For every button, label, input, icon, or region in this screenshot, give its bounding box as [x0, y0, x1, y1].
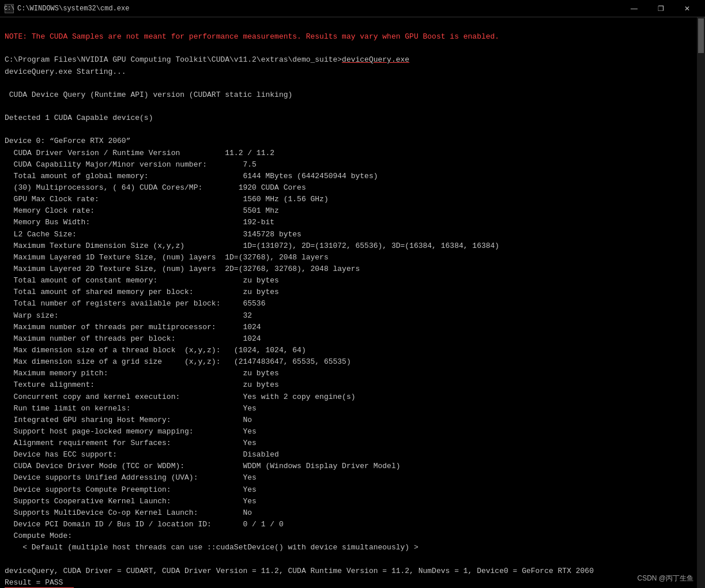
prop-30: Supports Cooperative Kernel Launch: Yes — [5, 497, 257, 506]
prop-13: Total number of registers available per … — [5, 299, 265, 308]
prop-28: Device supports Unified Addressing (UVA)… — [5, 473, 257, 482]
prop-16: Maximum number of threads per block: 102… — [5, 334, 261, 343]
prop-7: L2 Cache Size: 3145728 bytes — [5, 230, 301, 239]
result-summary: deviceQuery, CUDA Driver = CUDART, CUDA … — [5, 567, 594, 575]
prop-32: Device PCI Domain ID / Bus ID / location… — [5, 520, 284, 529]
query-line: CUDA Device Query (Runtime API) version … — [5, 91, 292, 99]
prop-26: Device has ECC support: Disabled — [5, 450, 279, 459]
prop-27: CUDA Device Driver Mode (TCC or WDDM): W… — [5, 462, 401, 470]
prop-29: Device supports Compute Preemption: Yes — [5, 485, 257, 494]
prop-5: Memory Clock rate: 5501 Mhz — [5, 206, 279, 215]
prop-4: GPU Max Clock rate: 1560 MHz (1.56 GHz) — [5, 195, 329, 203]
device-name: Device 0: “GeForce RTX 2060” — [5, 137, 130, 145]
window-title: C:\WINDOWS\system32\cmd.exe — [17, 5, 621, 13]
result-pass: Result = PASS — [5, 578, 74, 587]
detected-line: Detected 1 CUDA Capable device(s) — [5, 114, 153, 122]
window-controls: — ❐ ✕ — [621, 0, 700, 17]
note-line: NOTE: The CUDA Samples are not meant for… — [5, 32, 499, 41]
prop-2: Total amount of global memory: 6144 MByt… — [5, 172, 378, 180]
restore-button[interactable]: ❐ — [647, 0, 674, 17]
prop-0: CUDA Driver Version / Runtime Version 11… — [5, 149, 274, 157]
starting-line: deviceQuery.exe Starting... — [5, 67, 126, 76]
prop-31: Supports MultiDevice Co-op Kernel Launch… — [5, 508, 252, 517]
terminal-content: NOTE: The CUDA Samples are not meant for… — [0, 17, 705, 588]
prop-1: CUDA Capability Major/Minor version numb… — [5, 160, 257, 169]
prop-22: Run time limit on kernels: Yes — [5, 404, 257, 413]
prop-21: Concurrent copy and kernel execution: Ye… — [5, 393, 356, 401]
prop-10: Maximum Layered 2D Texture Size, (num) l… — [5, 265, 360, 273]
title-bar: C:\ C:\WINDOWS\system32\cmd.exe — ❐ ✕ — [0, 0, 705, 17]
compute-mode-detail: < Default (multiple host threads can use… — [5, 543, 419, 552]
minimize-button[interactable]: — — [621, 0, 647, 17]
scrollbar-thumb[interactable] — [698, 18, 704, 53]
cmd-icon: C:\ — [5, 4, 14, 13]
prop-15: Maximum number of threads per multiproce… — [5, 323, 261, 331]
close-button[interactable]: ✕ — [674, 0, 700, 17]
prop-17: Max dimension size of a thread block (x,… — [5, 346, 306, 355]
prop-14: Warp size: 32 — [5, 311, 252, 320]
command-line: C:\Program Files\NVIDIA GPU Computing To… — [5, 55, 409, 64]
prop-18: Max dimension size of a grid size (x,y,z… — [5, 357, 351, 366]
prop-20: Texture alignment: zu bytes — [5, 380, 279, 389]
prop-24: Support host page-locked memory mapping:… — [5, 427, 257, 436]
prop-6: Memory Bus Width: 192-bit — [5, 218, 274, 227]
watermark: CSDN @丙丁生鱼 — [637, 574, 693, 583]
scrollbar[interactable] — [697, 17, 705, 588]
prop-25: Alignment requirement for Surfaces: Yes — [5, 439, 257, 447]
prop-3: (30) Multiprocessors, ( 64) CUDA Cores/M… — [5, 183, 306, 192]
prop-9: Maximum Layered 1D Texture Size, (num) l… — [5, 253, 329, 262]
prop-8: Maximum Texture Dimension Size (x,y,z) 1… — [5, 242, 499, 250]
prop-19: Maximum memory pitch: zu bytes — [5, 369, 279, 378]
prop-33: Compute Mode: — [5, 532, 72, 540]
prop-12: Total amount of shared memory per block:… — [5, 288, 279, 296]
prop-11: Total amount of constant memory: zu byte… — [5, 276, 279, 285]
prop-23: Integrated GPU sharing Host Memory: No — [5, 416, 252, 424]
